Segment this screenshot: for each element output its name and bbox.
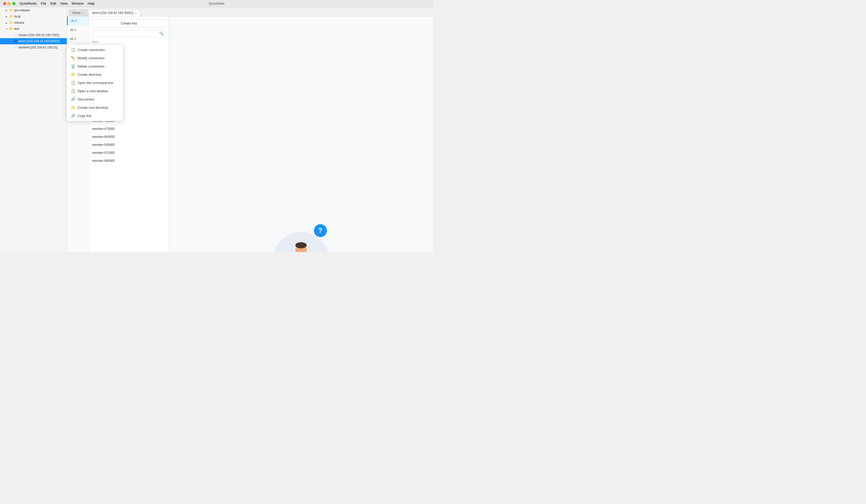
menu-help[interactable]: Help — [88, 1, 95, 5]
menu-view[interactable]: View — [60, 1, 67, 5]
db-item-0[interactable]: db 0 — [67, 16, 89, 25]
arrow-icon: ▶ — [5, 9, 8, 12]
tab-home-label: Home — [73, 11, 81, 15]
sidebar: ▶ 📁 pre-release ▶ 📁 local ▶ 📁 release ▼ … — [0, 7, 67, 252]
context-disconnect-label: Disconnect — [78, 98, 94, 101]
menu-edit[interactable]: Edit — [50, 1, 56, 5]
modify-connection-icon: ✏️ — [71, 56, 75, 60]
context-modify-connection-label: Modify connection — [78, 56, 104, 60]
create-directory-icon: 📁 — [71, 72, 75, 77]
file-icon: 📄 — [13, 33, 17, 37]
search-icon[interactable]: 🔍 — [159, 32, 164, 36]
context-delete-connection[interactable]: 🗑️ Delete connection — [67, 62, 123, 70]
tab-direct[interactable]: direct-[150.109.42.193:30001] ✕ — [89, 9, 140, 16]
tab-home[interactable]: Home ✕ — [69, 9, 88, 16]
sidebar-item-label: local — [14, 15, 65, 18]
db-item-1[interactable]: db 1 — [67, 25, 89, 34]
menu-file[interactable]: File — [41, 1, 46, 5]
new-window-icon: 📋 — [71, 89, 75, 93]
context-copy-link[interactable]: 🔗 Copy link — [67, 112, 123, 120]
command-line-icon: 📋 — [71, 81, 75, 85]
context-open-command-line-label: Open the command line — [78, 81, 113, 85]
context-disconnect[interactable]: 🔗 Disconnect — [67, 95, 123, 103]
folder-icon: 📁 — [9, 15, 13, 18]
db-item-2[interactable]: db 2 — [67, 34, 89, 44]
context-open-new-window-label: Open a new window — [78, 89, 108, 93]
tab-bar: Home ✕ direct-[150.109.42.193:30001] ✕ — [67, 7, 433, 16]
context-create-root-directory[interactable]: 📁 Create root directory — [67, 103, 123, 112]
sidebar-item-label: sentinel-[150.109.42.193:31] — [18, 46, 65, 49]
app-container: ▶ 📁 pre-release ▶ 📁 local ▶ 📁 release ▼ … — [0, 7, 433, 252]
window-title: QuickRedis — [209, 2, 224, 5]
tab-direct-label: direct-[150.109.42.193:30001] — [92, 11, 133, 15]
list-item[interactable]: member-560000 — [89, 157, 168, 165]
context-create-directory-label: Create directory — [78, 73, 101, 77]
list-item[interactable]: member-872000 — [89, 149, 168, 157]
sidebar-item-release[interactable]: ▶ 📁 release — [0, 20, 67, 26]
context-create-connection-label: Create connection — [78, 48, 105, 52]
disconnect-icon: 🔗 — [71, 97, 75, 101]
minimize-button[interactable] — [8, 2, 11, 5]
context-create-connection[interactable]: 📋 Create connection — [67, 46, 123, 54]
sidebar-item-label: cluster-[150.109.42.193:7001] — [18, 33, 65, 37]
copy-link-icon: 🔗 — [71, 114, 75, 118]
sidebar-item-label: test — [14, 27, 65, 31]
folder-icon: 📁 — [9, 21, 13, 24]
context-modify-connection[interactable]: ✏️ Modify connection — [67, 54, 123, 62]
sidebar-item-sentinel[interactable]: 📄 sentinel-[150.109.42.193:31] — [0, 44, 67, 51]
context-create-root-directory-label: Create root directory — [78, 106, 108, 110]
close-button[interactable] — [3, 2, 6, 5]
sidebar-item-test[interactable]: ▼ 📂 test — [0, 26, 67, 32]
person-illustration — [267, 224, 335, 252]
context-create-directory[interactable]: 📁 Create directory — [67, 70, 123, 79]
sidebar-item-label: pre-release — [14, 9, 65, 12]
sidebar-item-local[interactable]: ▶ 📁 local — [0, 13, 67, 20]
arrow-icon: ▶ — [5, 21, 8, 24]
context-copy-link-label: Copy link — [78, 114, 91, 118]
menu-quickredis[interactable]: QuickRedis — [20, 1, 36, 5]
menu-bar: QuickRedis File Edit View Window Help — [20, 1, 95, 5]
create-root-directory-icon: 📁 — [71, 105, 75, 110]
context-delete-connection-label: Delete connection — [78, 65, 104, 68]
sidebar-item-cluster[interactable]: 📄 cluster-[150.109.42.193:7001] — [0, 32, 67, 38]
right-panel: ? — [169, 16, 433, 252]
search-input[interactable] — [94, 32, 159, 35]
sidebar-item-label: release — [14, 21, 65, 24]
context-menu: 📋 Create connection ✏️ Modify connection… — [67, 44, 123, 121]
list-item[interactable]: member-683000 — [89, 133, 168, 141]
titlebar: QuickRedis File Edit View Window Help Qu… — [0, 0, 433, 7]
delete-connection-icon: 🗑️ — [71, 64, 75, 68]
file-icon: 📄 — [13, 46, 17, 49]
traffic-lights — [3, 2, 15, 5]
search-box: 🔍 — [92, 30, 166, 37]
tab-direct-close[interactable]: ✕ — [135, 12, 137, 14]
tab-home-close[interactable]: ✕ — [82, 12, 84, 14]
connection-icon: 🔵 — [13, 40, 17, 43]
svg-point-1 — [296, 242, 307, 248]
maximize-button[interactable] — [12, 2, 15, 5]
menu-window[interactable]: Window — [71, 1, 84, 5]
context-open-new-window[interactable]: 📋 Open a new window — [67, 87, 123, 95]
sidebar-item-label: direct-[150.109.42.193:30001] — [18, 40, 65, 43]
list-item[interactable]: member-505000 — [89, 141, 168, 149]
folder-open-icon: 📂 — [9, 27, 13, 31]
folder-icon: 📁 — [9, 9, 13, 12]
arrow-icon: ▶ — [5, 15, 8, 18]
context-open-command-line[interactable]: 📋 Open the command line — [67, 79, 123, 87]
sidebar-item-pre-release[interactable]: ▶ 📁 pre-release — [0, 7, 67, 13]
illustration: ? — [267, 224, 335, 252]
list-item[interactable]: member-473000 — [89, 125, 168, 133]
sidebar-item-direct[interactable]: 🔵 direct-[150.109.42.193:30001] — [0, 38, 67, 44]
create-key-button[interactable]: Create key — [92, 19, 166, 27]
arrow-icon: ▼ — [5, 27, 8, 30]
create-connection-icon: 📋 — [71, 48, 75, 52]
